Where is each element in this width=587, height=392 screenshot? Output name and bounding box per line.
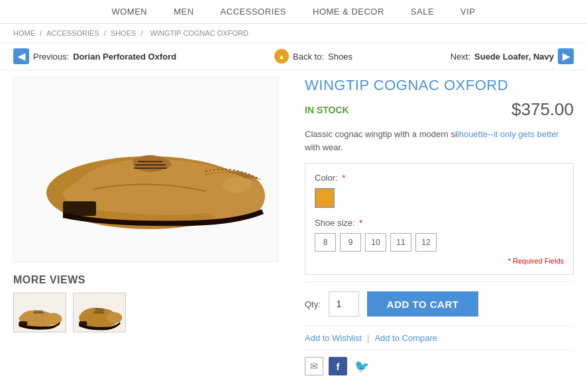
email-icon: ✉ [310, 361, 318, 371]
size-12[interactable]: 12 [415, 233, 437, 252]
top-navigation: WOMEN MEN ACCESSORIES HOME & DECOR SALE … [0, 0, 587, 24]
next-arrow-btn[interactable]: ▶ [558, 48, 574, 64]
social-share-row: ✉ f 🐦 [305, 350, 574, 382]
size-options: 8 9 10 11 12 [315, 233, 564, 252]
product-details: WINGTIP COGNAC OXFORD IN STOCK $375.00 C… [305, 77, 574, 382]
thumb2-svg [75, 295, 125, 331]
stock-status: IN STOCK [305, 105, 349, 115]
prev-arrow-btn[interactable]: ◀ [13, 48, 29, 64]
thumb1-svg [15, 295, 65, 331]
next-product-name: Suede Loafer, Navy [474, 52, 554, 62]
product-price: $375.00 [511, 99, 574, 120]
twitter-icon: 🐦 [354, 359, 369, 373]
nav-men[interactable]: MEN [174, 7, 193, 17]
required-fields-note: * Required Fields [315, 257, 564, 265]
size-11[interactable]: 11 [390, 233, 411, 252]
facebook-share-button[interactable]: f [329, 357, 347, 375]
svg-point-6 [223, 177, 252, 193]
pipe-divider: | [367, 333, 369, 343]
product-description: Classic cognac wingtip with a modern sil… [305, 128, 574, 154]
cart-row: Qty: ADD TO CART [305, 281, 574, 326]
size-option-label: Shoe size: * [315, 218, 564, 228]
nav-home-decor[interactable]: HOME & DECOR [313, 7, 384, 17]
back-to-category: Shoes [328, 52, 352, 62]
next-arrow-icon: ▶ [562, 51, 570, 62]
nav-sale[interactable]: SALE [411, 7, 434, 17]
shoe-svg [27, 93, 265, 246]
thumbnail-row [13, 293, 292, 332]
product-area: MORE VIEWS [0, 70, 587, 389]
add-to-compare-link[interactable]: Add to Compare [374, 333, 437, 343]
qty-input[interactable] [329, 291, 359, 317]
stock-price-row: IN STOCK $375.00 [305, 99, 574, 120]
thumbnail-2[interactable] [73, 293, 126, 332]
prev-label: Previous: [33, 52, 69, 62]
facebook-icon: f [337, 361, 340, 372]
nav-accessories[interactable]: ACCESSORIES [221, 7, 286, 17]
breadcrumb-current: WINGTIP COGNAC OXFORD [150, 29, 248, 37]
next-product-link[interactable]: Next: Suede Loafer, Navy ▶ [451, 48, 574, 64]
breadcrumb-accessories[interactable]: ACCESSORIES [46, 29, 99, 37]
back-label: Back to: [293, 52, 324, 62]
next-label-prefix: Next: [451, 52, 470, 62]
size-8[interactable]: 8 [315, 233, 336, 252]
nav-vip[interactable]: VIP [460, 7, 475, 17]
svg-point-11 [106, 312, 122, 323]
color-option-label: Color: * [315, 173, 564, 183]
email-share-button[interactable]: ✉ [305, 357, 323, 375]
back-icon: ▲ [274, 49, 289, 64]
prev-product-link[interactable]: ◀ Previous: Dorian Perforated Oxford [13, 48, 176, 64]
size-9[interactable]: 9 [340, 233, 361, 252]
more-views-label: MORE VIEWS [13, 274, 292, 286]
add-to-wishlist-link[interactable]: Add to Wishlist [305, 333, 362, 343]
product-images: MORE VIEWS [13, 77, 292, 382]
nav-women[interactable]: WOMEN [111, 7, 147, 17]
qty-label: Qty: [305, 299, 321, 309]
product-navigation: ◀ Previous: Dorian Perforated Oxford ▲ B… [0, 43, 587, 70]
thumbnail-1[interactable] [13, 293, 66, 332]
size-required-mark: * [359, 218, 362, 228]
product-title: WINGTIP COGNAC OXFORD [305, 77, 574, 94]
back-to-link[interactable]: ▲ Back to: Shoes [274, 49, 352, 64]
breadcrumb-home[interactable]: HOME [13, 29, 35, 37]
prev-arrow-icon: ◀ [18, 51, 25, 62]
breadcrumb-shoes[interactable]: SHOES [111, 29, 136, 37]
color-required-mark: * [342, 173, 345, 183]
add-to-cart-button[interactable]: ADD TO CART [367, 291, 479, 317]
prev-product-name: Dorian Perforated Oxford [73, 52, 176, 62]
twitter-share-button[interactable]: 🐦 [352, 357, 371, 375]
back-arrow-icon: ▲ [278, 53, 285, 60]
options-box: Color: * Shoe size: * 8 9 10 11 12 * Req… [305, 163, 574, 275]
breadcrumb: HOME / ACCESSORIES / SHOES / WINGTIP COG… [0, 24, 587, 43]
main-image[interactable] [13, 77, 278, 262]
color-swatch-cognac[interactable] [315, 188, 335, 208]
size-10[interactable]: 10 [365, 233, 386, 252]
wishlist-compare-row: Add to Wishlist | Add to Compare [305, 326, 574, 350]
